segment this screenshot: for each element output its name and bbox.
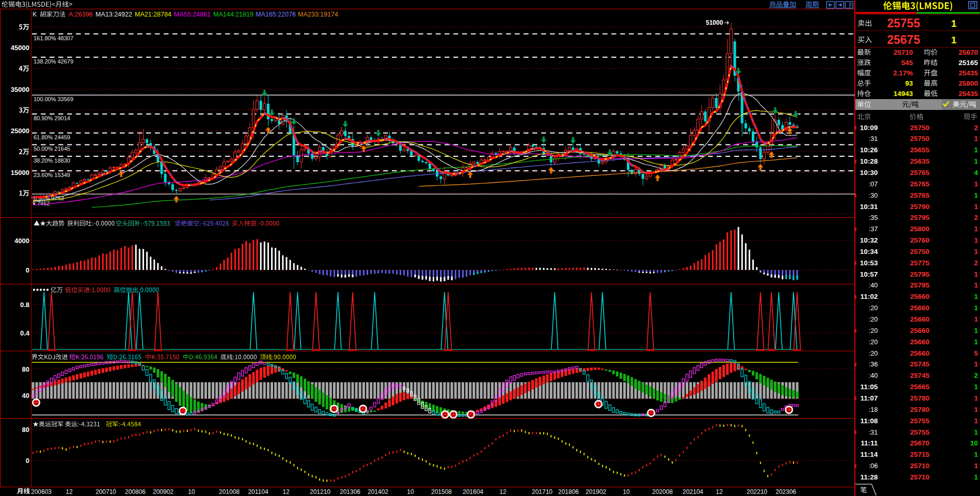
svg-text:201008: 201008 (219, 488, 240, 495)
svg-text:80: 80 (22, 365, 29, 373)
svg-text:40: 40 (22, 392, 29, 399)
svg-text:1: 1 (974, 462, 978, 470)
svg-text:25670: 25670 (958, 49, 978, 56)
svg-text:0: 0 (26, 266, 29, 274)
svg-text:MA55:24861: MA55:24861 (174, 11, 211, 18)
svg-text:1: 1 (974, 180, 978, 188)
svg-text:201604: 201604 (463, 488, 483, 495)
svg-text:23.60% 15349: 23.60% 15349 (34, 172, 70, 178)
svg-text:201306: 201306 (340, 488, 360, 495)
svg-text:1: 1 (974, 394, 978, 402)
svg-text:1: 1 (974, 270, 978, 278)
svg-text::35: :35 (869, 214, 878, 221)
svg-text:11:14: 11:14 (860, 451, 878, 458)
svg-text:1: 1 (974, 248, 978, 255)
svg-text:25755: 25755 (887, 17, 920, 30)
svg-text:61.80% 24459: 61.80% 24459 (34, 134, 70, 140)
svg-text:1: 1 (974, 191, 978, 199)
svg-text:1: 1 (974, 203, 978, 211)
svg-text:2: 2 (974, 259, 978, 267)
svg-text:202210: 202210 (747, 488, 767, 495)
svg-text:10: 10 (188, 488, 195, 495)
svg-text:1: 1 (974, 451, 978, 458)
svg-text:25710: 25710 (910, 473, 929, 481)
svg-text:MA165:22076: MA165:22076 (256, 11, 296, 18)
svg-text:25710: 25710 (910, 462, 929, 470)
svg-text:25800: 25800 (910, 225, 929, 233)
svg-text:25660: 25660 (910, 338, 929, 346)
svg-text::07: :07 (869, 181, 878, 188)
svg-text:1: 1 (974, 157, 978, 165)
svg-text:MA233:19174: MA233:19174 (298, 11, 338, 18)
svg-text:2: 2 (974, 214, 978, 221)
svg-text::31: :31 (869, 135, 878, 142)
svg-text:MA13:24922: MA13:24922 (96, 11, 132, 18)
svg-text:100.00% 33569: 100.00% 33569 (34, 96, 73, 102)
svg-text:12: 12 (282, 488, 290, 495)
svg-text:25655: 25655 (910, 146, 929, 154)
svg-text:138.20% 42679: 138.20% 42679 (34, 58, 73, 65)
svg-text:10:53: 10:53 (860, 259, 878, 267)
svg-text:11:11: 11:11 (861, 439, 878, 447)
svg-text:25675: 25675 (887, 33, 920, 46)
svg-text:25800: 25800 (958, 79, 978, 87)
svg-text:25660: 25660 (910, 315, 929, 323)
svg-text:1: 1 (974, 417, 978, 425)
svg-text:93: 93 (905, 79, 913, 87)
svg-text:2: 2 (974, 124, 978, 132)
svg-text:0.4: 0.4 (20, 329, 30, 337)
svg-text:25670: 25670 (910, 439, 929, 447)
svg-text:25765: 25765 (910, 191, 929, 199)
svg-text:1: 1 (974, 146, 978, 154)
svg-text:51000: 51000 (706, 19, 723, 26)
svg-text:25765: 25765 (910, 180, 929, 188)
svg-text:50.00% 21645: 50.00% 21645 (34, 146, 70, 152)
svg-text:25435: 25435 (958, 90, 978, 98)
svg-text:202008: 202008 (652, 488, 673, 495)
svg-text:201402: 201402 (368, 488, 388, 495)
svg-text:25750: 25750 (910, 135, 929, 142)
svg-text:11:28: 11:28 (860, 473, 878, 481)
svg-text:545: 545 (901, 59, 913, 67)
svg-text:MA21:28784: MA21:28784 (135, 11, 171, 18)
svg-text:25750: 25750 (910, 248, 929, 255)
svg-text:5: 5 (974, 349, 978, 357)
svg-text:0: 0 (26, 457, 29, 465)
svg-text:25755: 25755 (910, 417, 929, 425)
svg-text:1: 1 (974, 360, 978, 368)
svg-text:25780: 25780 (910, 394, 929, 402)
svg-text:25755: 25755 (910, 428, 929, 436)
svg-text::18: :18 (869, 406, 878, 413)
svg-text::20: :20 (869, 305, 878, 312)
svg-text::40: :40 (869, 282, 878, 289)
svg-text:2.17%: 2.17% (893, 69, 913, 77)
svg-text:25750: 25750 (910, 124, 929, 132)
svg-text:80: 80 (22, 426, 29, 434)
svg-text:1: 1 (974, 327, 978, 334)
svg-text:1: 1 (974, 383, 978, 391)
svg-text:10:34: 10:34 (860, 248, 878, 255)
svg-text:11:05: 11:05 (860, 383, 878, 391)
svg-text:0.8: 0.8 (20, 301, 29, 309)
svg-text:25710: 25710 (893, 49, 913, 56)
svg-text:202306: 202306 (776, 488, 796, 495)
svg-text:25660: 25660 (910, 293, 929, 300)
svg-text:25165: 25165 (958, 59, 978, 67)
svg-text:10: 10 (407, 488, 414, 495)
svg-text::20: :20 (869, 339, 878, 346)
svg-text:7452: 7452 (37, 200, 50, 206)
svg-text:11:08: 11:08 (860, 417, 878, 425)
svg-text:10: 10 (970, 439, 978, 447)
svg-text:45000: 45000 (11, 44, 29, 52)
svg-text:1: 1 (974, 281, 978, 289)
svg-text:K: K (33, 11, 37, 18)
svg-text:1: 1 (974, 338, 978, 346)
svg-text:10:28: 10:28 (860, 157, 878, 165)
svg-text:10:30: 10:30 (860, 169, 878, 177)
svg-text:12: 12 (499, 488, 507, 495)
svg-text:11:07: 11:07 (860, 394, 878, 402)
svg-text:4: 4 (974, 169, 978, 177)
svg-text:201210: 201210 (310, 488, 330, 495)
svg-text:11:02: 11:02 (860, 293, 878, 300)
svg-text:25780: 25780 (910, 406, 929, 413)
